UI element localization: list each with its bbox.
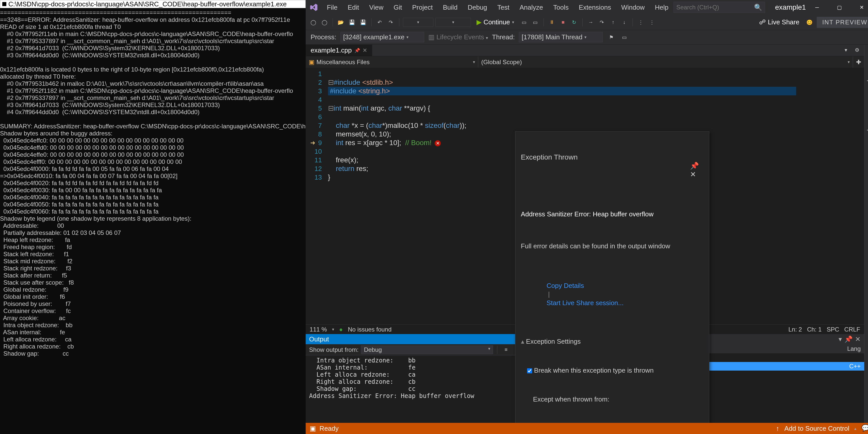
process-value: [3248] example1.exe	[343, 33, 404, 41]
minimize-button[interactable]: ─	[806, 0, 828, 15]
out-tb-1[interactable]: ≡	[501, 345, 510, 354]
menu-window[interactable]: Window	[616, 2, 650, 13]
step-into-icon[interactable]: →	[586, 18, 595, 27]
team-explorer-tab[interactable]: Team Explorer	[866, 103, 868, 147]
step-icon[interactable]: ↓	[620, 18, 629, 27]
nav-fwd-icon[interactable]: ◯	[320, 18, 329, 27]
save-all-icon[interactable]: 💾	[359, 18, 368, 27]
continue-label: Continue	[484, 18, 510, 26]
tb-icon-1[interactable]: ▭	[520, 18, 529, 27]
console-titlebar[interactable]: C:\MSDN\cpp-docs-pr\docs\c-language\ASAN…	[0, 0, 306, 8]
folder-icon: ▣	[309, 59, 315, 66]
nav-split-icon[interactable]: ✚	[853, 56, 864, 68]
console-output[interactable]: ========================================…	[0, 8, 306, 357]
stack-frame-icon[interactable]: ▭	[620, 33, 629, 42]
menu-build[interactable]: Build	[438, 2, 463, 13]
doc-gear-icon[interactable]: ⚙	[852, 45, 862, 55]
tab-example1-cpp[interactable]: example1.cpp 📌 ✕	[306, 45, 372, 56]
cs-pin-icon[interactable]: 📌	[844, 335, 852, 343]
console-title-text: C:\MSDN\cpp-docs-pr\docs\c-language\ASAN…	[8, 1, 287, 8]
lifecycle-events[interactable]: ▥ Lifecycle Events ▾	[428, 33, 488, 41]
nav-project[interactable]: ▣ Miscellaneous Files ▾	[306, 56, 478, 68]
pause-icon[interactable]: ⏸	[547, 18, 557, 27]
cs-col-lang[interactable]: Lang	[847, 345, 861, 352]
visual-studio-window: File Edit View Git Project Build Debug T…	[306, 0, 868, 434]
document-tabs: example1.cpp 📌 ✕ ▾ ⚙	[306, 45, 864, 56]
menu-extensions[interactable]: Extensions	[574, 2, 616, 13]
crlf-label[interactable]: CRLF	[844, 326, 860, 333]
solution-explorer-tab[interactable]: Solution Explorer	[866, 47, 868, 98]
exception-settings-header[interactable]: Exception Settings	[526, 338, 581, 345]
process-label: Process:	[311, 33, 336, 41]
menu-project[interactable]: Project	[407, 2, 438, 13]
tb-extra-2[interactable]: ⋮	[647, 18, 656, 27]
menu-tools[interactable]: Tools	[548, 2, 574, 13]
ch-label[interactable]: Ch: 1	[807, 326, 822, 333]
code-area[interactable]: ⊟#include <stdlib.h> #include <string.h>…	[326, 68, 864, 325]
popup-close-icon[interactable]: ✕	[690, 170, 696, 178]
live-share-label: Live Share	[768, 18, 799, 26]
copy-details-link[interactable]: Copy Details	[547, 282, 584, 290]
solution-name: example1	[775, 3, 806, 11]
continue-button[interactable]: ▶ Continue ▾	[473, 17, 518, 27]
vs-statusbar: ▣ Ready ↑ Add to Source Control ▴ 💬2	[306, 423, 868, 434]
exception-popup[interactable]: Exception Thrown 📌 ✕ Address Sanitizer E…	[515, 131, 709, 423]
thread-combo[interactable]: [17808] Main Thread▾	[519, 32, 603, 42]
undo-icon[interactable]: ↶	[375, 18, 384, 27]
break-when-checkbox[interactable]	[527, 368, 532, 373]
restart-icon[interactable]: ↻	[570, 18, 579, 27]
output-source-combo[interactable]: Debug▾	[361, 345, 493, 354]
pin-icon[interactable]: 📌	[354, 48, 360, 53]
ln-label[interactable]: Ln: 2	[788, 326, 802, 333]
close-button[interactable]: ✕	[850, 0, 868, 15]
open-file-icon[interactable]: 📂	[336, 18, 345, 27]
nav-back-icon[interactable]: ◯	[309, 18, 318, 27]
vs-titlebar[interactable]: File Edit View Git Project Build Debug T…	[306, 0, 868, 15]
process-combo[interactable]: [3248] example1.exe▾	[340, 32, 424, 42]
status-ready: Ready	[320, 425, 339, 432]
tab-close-icon[interactable]: ✕	[363, 47, 367, 54]
add-source-control[interactable]: Add to Source Control	[784, 425, 849, 432]
error-glyph-icon[interactable]: ✕	[435, 140, 441, 146]
feedback-icon[interactable]: 😊	[805, 18, 814, 27]
thread-label: Thread:	[492, 33, 515, 41]
menu-analyze[interactable]: Analyze	[515, 2, 548, 13]
vs-search[interactable]: 🔍	[674, 2, 765, 13]
break-when-label: Break when this exception type is thrown	[534, 367, 654, 374]
redo-icon[interactable]: ↷	[386, 18, 396, 27]
menu-edit[interactable]: Edit	[343, 2, 364, 13]
cs-dropdown-icon[interactable]: ▾	[839, 335, 842, 343]
notifications-icon[interactable]: 💬2	[861, 424, 868, 433]
flag-icon[interactable]: ⚑	[607, 33, 616, 42]
spc-label[interactable]: SPC	[827, 326, 839, 333]
step-out-icon[interactable]: ↑	[609, 18, 618, 27]
platform-combo[interactable]: ▾	[435, 18, 471, 27]
popup-pin-icon[interactable]: 📌	[690, 162, 699, 170]
menu-git[interactable]: Git	[389, 2, 407, 13]
zoom-level[interactable]: 111 %	[310, 326, 327, 333]
play-icon: ▶	[476, 18, 482, 26]
issues-label[interactable]: No issues found	[348, 326, 392, 333]
menu-test[interactable]: Test	[492, 2, 515, 13]
window-buttons: ─ ▢ ✕	[806, 0, 868, 15]
exception-message: Address Sanitizer Error: Heap buffer ove…	[521, 210, 704, 219]
menu-help[interactable]: Help	[650, 2, 673, 13]
step-over-icon[interactable]: ↷	[597, 18, 607, 27]
doc-dropdown-icon[interactable]: ▾	[841, 45, 850, 55]
menu-file[interactable]: File	[322, 2, 343, 13]
tb-extra-1[interactable]: ⋮	[636, 18, 645, 27]
tab-label: example1.cpp	[311, 46, 352, 54]
start-live-share-link[interactable]: Start Live Share session...	[547, 299, 623, 307]
nav-scope[interactable]: (Global Scope) ▾	[478, 56, 853, 68]
tb-icon-2[interactable]: ▭	[531, 18, 540, 27]
config-combo[interactable]: ▾	[403, 18, 433, 27]
stop-icon[interactable]: ■	[559, 18, 568, 27]
save-icon[interactable]: 💾	[347, 18, 357, 27]
cs-close-icon[interactable]: ✕	[855, 335, 861, 343]
search-input[interactable]	[676, 4, 754, 11]
menu-view[interactable]: View	[364, 2, 389, 13]
menu-debug[interactable]: Debug	[463, 2, 492, 13]
code-editor[interactable]: 12345678910111213 ⊟#include <stdlib.h> #…	[306, 68, 864, 325]
live-share-button[interactable]: ☍ Live Share	[756, 17, 802, 27]
maximize-button[interactable]: ▢	[828, 0, 850, 15]
